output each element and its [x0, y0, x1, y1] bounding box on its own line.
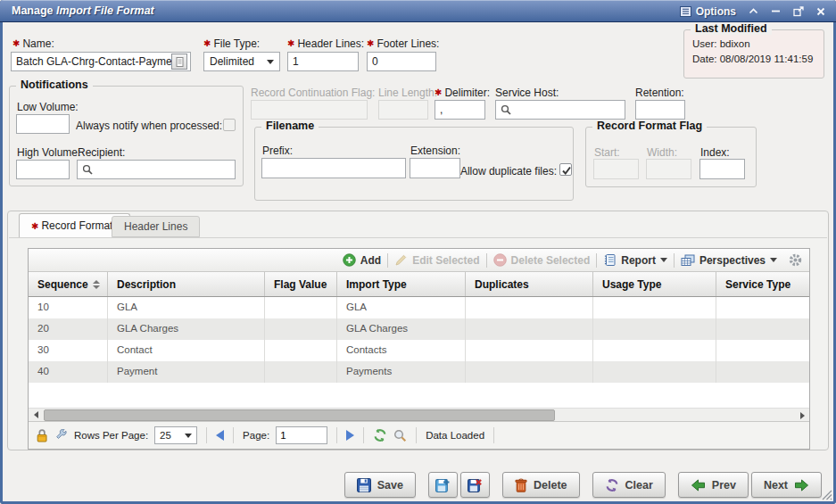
- last-modified-user: User: bdixon: [692, 38, 750, 49]
- refresh-icon[interactable]: [373, 428, 387, 442]
- popout-button[interactable]: [793, 6, 804, 17]
- line-length-input: [378, 100, 428, 120]
- tab-header-lines-label: Header Lines: [124, 220, 187, 233]
- allow-duplicate-files-checkbox[interactable]: [559, 163, 572, 176]
- file-type-value: Delimited: [210, 55, 254, 68]
- save-icon: [357, 478, 371, 492]
- prev-button[interactable]: Prev: [678, 472, 749, 498]
- record-continuation-flag-input: [251, 100, 368, 120]
- search-icon[interactable]: [393, 429, 407, 442]
- scrollbar-thumb[interactable]: [44, 409, 555, 421]
- save-plus-icon: [435, 478, 450, 492]
- sort-icon[interactable]: [93, 280, 100, 289]
- required-icon: ✱: [203, 38, 211, 48]
- retention-input[interactable]: [635, 100, 685, 120]
- column-header-description[interactable]: Description: [108, 272, 265, 296]
- cell-flag-value: [265, 297, 337, 318]
- arrow-left-icon: [691, 479, 706, 492]
- close-button[interactable]: [816, 7, 825, 16]
- cell-import-type: GLA Charges: [337, 318, 466, 340]
- column-header-flag-value[interactable]: Flag Value: [265, 272, 337, 296]
- recipient-label: Recipient:: [78, 146, 125, 159]
- page-input[interactable]: [276, 426, 327, 444]
- resize-grip[interactable]: [821, 489, 832, 500]
- gear-icon: [789, 253, 802, 267]
- name-input[interactable]: [11, 52, 191, 71]
- close-icon: [816, 7, 825, 16]
- prev-label: Prev: [712, 479, 736, 492]
- footer-lines-input[interactable]: [367, 52, 436, 71]
- lock-icon[interactable]: [36, 428, 48, 442]
- delete-label: Delete: [534, 479, 567, 492]
- toolbar-separator: [674, 253, 675, 268]
- width-input: [646, 159, 691, 179]
- file-type-label: ✱File Type:: [203, 37, 260, 50]
- high-volume-input[interactable]: [16, 160, 70, 179]
- name-field-edit-button[interactable]: [171, 54, 187, 70]
- options-button[interactable]: Options: [680, 5, 736, 18]
- index-label: Index:: [700, 146, 730, 159]
- grid-settings-button[interactable]: [789, 253, 802, 267]
- add-button[interactable]: Add: [343, 253, 381, 267]
- scroll-left-arrow[interactable]: [29, 409, 43, 422]
- service-host-input[interactable]: [495, 100, 625, 120]
- table-row[interactable]: 30 Contact Contacts: [29, 340, 809, 361]
- pager-separator: [206, 427, 207, 443]
- save-and-add-button[interactable]: [428, 472, 458, 498]
- index-input[interactable]: [699, 159, 745, 179]
- horizontal-scrollbar[interactable]: [29, 408, 809, 421]
- next-button[interactable]: Next: [751, 472, 822, 498]
- footer-lines-label: ✱Footer Lines:: [367, 37, 439, 50]
- column-header-usage-type[interactable]: Usage Type: [593, 272, 716, 296]
- grid-toolbar: Add Edit Selected Delete Selected Report: [29, 249, 809, 272]
- minimize-icon: [771, 7, 781, 15]
- previous-page-button[interactable]: [216, 430, 224, 441]
- save-button[interactable]: Save: [344, 472, 416, 498]
- last-modified-panel: Last Modified User: bdixon Date: 08/08/2…: [683, 29, 824, 78]
- collapse-button[interactable]: [749, 8, 758, 14]
- cell-service-type: [716, 297, 809, 318]
- header-lines-label: ✱Header Lines:: [287, 37, 364, 50]
- delimiter-label: ✱Delimiter:: [435, 87, 490, 99]
- recipient-input[interactable]: [77, 160, 236, 179]
- column-header-duplicates[interactable]: Duplicates: [466, 272, 593, 296]
- save-and-close-button[interactable]: [460, 472, 490, 498]
- minimize-button[interactable]: [771, 7, 781, 15]
- rows-per-page-value: 25: [160, 430, 171, 441]
- column-header-sequence[interactable]: Sequence: [29, 272, 108, 296]
- tab-header-lines[interactable]: Header Lines: [112, 216, 200, 237]
- add-icon: [343, 253, 356, 267]
- next-page-button[interactable]: [346, 430, 354, 441]
- cell-usage-type: [593, 361, 716, 383]
- rows-per-page-select[interactable]: 25: [154, 426, 197, 444]
- perspectives-menu-button[interactable]: Perspectives: [681, 254, 777, 267]
- header-lines-input[interactable]: [287, 52, 359, 71]
- save-label: Save: [377, 479, 403, 492]
- delete-button[interactable]: Delete: [502, 472, 580, 498]
- wrench-icon[interactable]: [54, 429, 68, 442]
- report-menu-button[interactable]: Report: [603, 253, 667, 267]
- low-volume-input[interactable]: [16, 114, 70, 134]
- cell-flag-value: [265, 340, 337, 361]
- title-bar[interactable]: Manage Import File Format Options: [0, 0, 836, 22]
- file-type-select[interactable]: Delimited: [203, 52, 280, 71]
- table-row[interactable]: 20 GLA Charges GLA Charges: [29, 318, 809, 340]
- column-header-service-type[interactable]: Service Type: [716, 272, 809, 296]
- cell-service-type: [716, 340, 809, 361]
- filename-legend: Filename: [261, 120, 319, 132]
- column-header-import-type[interactable]: Import Type: [337, 272, 466, 296]
- prefix-input[interactable]: [261, 158, 406, 178]
- extension-input[interactable]: [410, 158, 460, 178]
- clear-button[interactable]: Clear: [592, 472, 666, 498]
- table-row[interactable]: 10 GLA GLA: [29, 297, 809, 318]
- table-row[interactable]: 40 Payment Payments: [29, 361, 809, 383]
- arrow-right-icon: [794, 479, 809, 492]
- remove-circle-icon: [493, 253, 507, 267]
- grid-header-row: Sequence Description Flag Value Import T…: [29, 272, 809, 297]
- tab-record-formats-label: Record Formats: [41, 219, 118, 232]
- pager-separator: [416, 427, 417, 443]
- scroll-right-arrow[interactable]: [795, 409, 809, 422]
- delimiter-input[interactable]: [435, 100, 485, 120]
- cell-duplicates: [466, 340, 593, 361]
- clear-icon: [605, 478, 619, 492]
